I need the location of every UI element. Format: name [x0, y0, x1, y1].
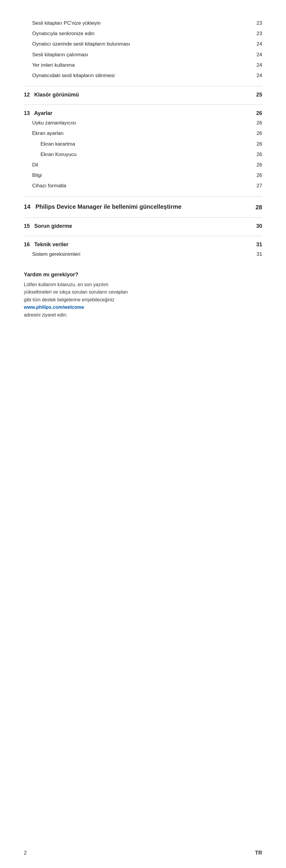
section-12-num: 25 — [250, 92, 262, 98]
section-title: Teknik veriler — [34, 242, 68, 247]
list-item: Ekran karartma 26 — [24, 139, 262, 149]
entry-num: 24 — [250, 40, 262, 48]
section-number: 16 — [24, 242, 30, 247]
entry-num: 27 — [250, 182, 262, 190]
divider-13 — [24, 104, 262, 105]
divider-16 — [24, 236, 262, 236]
entry-text: Oynatıcı üzerinde sesli kitapların bulun… — [24, 40, 250, 48]
footer: 2 TR — [0, 850, 286, 856]
entry-num: 26 — [250, 150, 262, 158]
entry-num: 24 — [250, 71, 262, 80]
entry-text: Sesli kitapların çalınması — [24, 51, 250, 59]
divider-12 — [24, 86, 262, 86]
section-15-header: 15 Sorun giderme 30 — [24, 221, 262, 230]
list-item: Oynatıcıdaki sesli kitapların silinmesi … — [24, 70, 262, 81]
section-number: 15 — [24, 223, 30, 229]
entry-num: 23 — [250, 19, 262, 27]
help-link[interactable]: www.philips.com/welcome — [24, 305, 84, 310]
entry-num: 26 — [250, 140, 262, 148]
section-title: Ayarlar — [34, 110, 52, 116]
entry-num: 23 — [250, 29, 262, 37]
list-item: Ekran Koruyucu 26 — [24, 149, 262, 160]
entry-num: 26 — [250, 161, 262, 169]
section-number: 12 — [24, 92, 30, 98]
entry-text: Uyku zamanlayıcısı — [24, 119, 250, 127]
list-item: Ekran ayarları 26 — [24, 128, 262, 138]
section-16-num: 31 — [250, 242, 262, 248]
list-item: Sistem gereksinimleri 31 — [24, 249, 262, 259]
section-12-header: 12 Klasör görünümü 25 — [24, 89, 262, 99]
entry-num: 26 — [250, 129, 262, 137]
section-15-num: 30 — [250, 223, 262, 229]
entry-num: 31 — [250, 250, 262, 258]
help-line2: yükseltmeleri ve sıkça sorulan soruların… — [24, 289, 128, 294]
toc-entries-top: Sesli kitapları PC'nize yükleyin 23 Oyna… — [24, 18, 262, 81]
entry-text: Oynatıcıyla senkronize edin — [24, 29, 250, 37]
entry-text: Dil — [24, 161, 250, 169]
list-item: Oynatıcıyla senkronize edin 23 — [24, 28, 262, 39]
section-title: Sorun giderme — [34, 223, 72, 229]
section-15-title: 15 Sorun giderme — [24, 223, 250, 229]
list-item: Dil 26 — [24, 160, 262, 170]
section-title: Philips Device Manager ile bellenimi gün… — [35, 204, 181, 210]
list-item: Yer imleri kullanma 24 — [24, 60, 262, 70]
section-16-title: 16 Teknik veriler — [24, 242, 250, 248]
page-content: Sesli kitapları PC'nize yükleyin 23 Oyna… — [0, 0, 286, 337]
section-14-header: 14 Philips Device Manager ile bellenimi … — [24, 199, 262, 212]
entry-text: Cihazı formatla — [24, 182, 250, 190]
list-item: Bilgi 26 — [24, 170, 262, 181]
footer-language: TR — [255, 850, 262, 856]
divider-14 — [24, 196, 262, 196]
list-item: Sesli kitapları PC'nize yükleyin 23 — [24, 18, 262, 28]
list-item: Cihazı formatla 27 — [24, 181, 262, 191]
entry-num: 26 — [250, 171, 262, 179]
entry-text: Bilgi — [24, 171, 250, 179]
list-item: Sesli kitapların çalınması 24 — [24, 50, 262, 60]
section-14-num: 28 — [250, 204, 262, 211]
help-section: Yardım mı gerekiyor? Lütfen kullanım kıl… — [24, 272, 262, 319]
list-item: Uyku zamanlayıcısı 26 — [24, 118, 262, 128]
divider-15 — [24, 217, 262, 218]
list-item: Oynatıcı üzerinde sesli kitapların bulun… — [24, 39, 262, 49]
help-line3: gibi tüm destek belgelerine erişebileceğ… — [24, 297, 114, 302]
section-16-entries: Sistem gereksinimleri 31 — [24, 249, 262, 259]
section-12-title: 12 Klasör görünümü — [24, 92, 250, 98]
entry-num: 24 — [250, 51, 262, 59]
section-13-entries: Uyku zamanlayıcısı 26 Ekran ayarları 26 … — [24, 118, 262, 191]
section-title: Klasör görünümü — [34, 92, 79, 98]
entry-num: 24 — [250, 61, 262, 69]
entry-text: Oynatıcıdaki sesli kitapların silinmesi — [24, 71, 250, 80]
section-13-header: 13 Ayarlar 26 — [24, 108, 262, 118]
section-13-title: 13 Ayarlar — [24, 110, 250, 117]
section-13-num: 26 — [250, 110, 262, 117]
section-number: 13 — [24, 110, 30, 116]
entry-num: 26 — [250, 119, 262, 127]
help-line4: adresini ziyaret edin. — [24, 312, 68, 317]
footer-page-number: 2 — [24, 850, 27, 856]
section-16-header: 16 Teknik veriler 31 — [24, 239, 262, 249]
help-title: Yardım mı gerekiyor? — [24, 272, 262, 278]
entry-text: Yer imleri kullanma — [24, 61, 250, 69]
section-14-title: 14 Philips Device Manager ile bellenimi … — [24, 203, 250, 211]
entry-text: Sistem gereksinimleri — [24, 250, 250, 258]
section-number: 14 — [24, 204, 30, 210]
entry-text: Sesli kitapları PC'nize yükleyin — [24, 19, 250, 27]
entry-text: Ekran karartma — [24, 140, 250, 148]
entry-text: Ekran ayarları — [24, 129, 250, 137]
entry-text: Ekran Koruyucu — [24, 150, 250, 158]
help-line1: Lütfen kullanım kılavuzu, en son yazılım — [24, 282, 109, 287]
help-body: Lütfen kullanım kılavuzu, en son yazılım… — [24, 281, 262, 319]
